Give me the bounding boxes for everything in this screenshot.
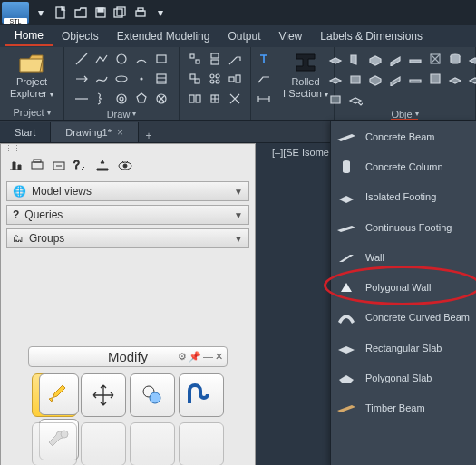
obj-12-icon[interactable] [386, 70, 404, 88]
mod-3-icon[interactable] [226, 50, 244, 68]
point-icon[interactable] [132, 70, 151, 88]
new-tab-button[interactable]: + [139, 130, 159, 142]
dd-concrete-column[interactable]: Concrete Column [331, 151, 476, 181]
dd-timber-beam[interactable]: Timber Beam [331, 393, 476, 423]
menu-extended-modeling[interactable]: Extended Modeling [108, 27, 219, 45]
open-icon[interactable] [72, 4, 90, 22]
circle-icon[interactable] [112, 50, 131, 68]
obj-11-icon[interactable] [366, 70, 384, 88]
obj-3-icon[interactable] [366, 50, 384, 68]
obj-9-icon[interactable] [326, 70, 345, 88]
dd-concrete-curved-beam[interactable]: Concrete Curved Beam [331, 303, 476, 333]
obj-2-icon[interactable] [346, 50, 364, 68]
tool-r2c2[interactable] [81, 422, 126, 465]
tool-move[interactable] [81, 373, 126, 417]
text-icon[interactable] [255, 50, 273, 68]
obj-7-icon[interactable] [446, 50, 464, 68]
mod-7-icon[interactable] [186, 90, 204, 108]
dim-icon[interactable] [255, 90, 273, 108]
accordion-queries[interactable]: ?Queries▼ [6, 205, 249, 225]
project-explorer-button[interactable]: Project Explorer ▾ [8, 50, 55, 101]
line-icon[interactable] [73, 50, 91, 68]
donut-icon[interactable] [112, 90, 131, 108]
pal-icon-4[interactable]: ? [73, 159, 88, 174]
qat-dropdown-2[interactable]: ▾ [151, 4, 170, 22]
obj-17-icon[interactable] [326, 90, 345, 108]
polygon-icon[interactable] [132, 90, 151, 108]
obj-4-icon[interactable] [386, 50, 404, 68]
rect-icon[interactable] [152, 50, 170, 68]
helix-icon[interactable] [92, 90, 111, 108]
obj-10-icon[interactable] [346, 70, 364, 88]
xline-icon[interactable] [73, 90, 91, 108]
ray-icon[interactable] [73, 70, 91, 88]
dd-polygonal-wall[interactable]: Polygonal Wall [331, 272, 476, 302]
print-icon[interactable] [131, 4, 150, 22]
menu-labels-dimensions[interactable]: Labels & Dimensions [311, 27, 432, 45]
obj-1-icon[interactable] [326, 50, 345, 68]
spline-icon[interactable] [92, 70, 111, 88]
menu-view[interactable]: View [269, 27, 311, 45]
pal-icon-5[interactable] [95, 159, 110, 174]
mod-1-icon[interactable] [186, 50, 204, 68]
gear-icon[interactable]: ⚙ [178, 351, 187, 363]
new-icon[interactable] [52, 4, 70, 22]
obj-14-icon[interactable] [426, 70, 444, 88]
rolled-isection-button[interactable]: Rolled I Section ▾ [281, 50, 330, 101]
mod-2-icon[interactable] [206, 50, 224, 68]
qat-dropdown[interactable]: ▾ [32, 4, 50, 22]
tool-r2c4[interactable] [179, 422, 224, 465]
tool-copy[interactable] [130, 373, 175, 417]
mod-6-icon[interactable] [226, 70, 244, 88]
tool-pencil[interactable] [39, 373, 79, 415]
dd-continuous-footing[interactable]: Continuous Footing [331, 212, 476, 242]
hatch-icon[interactable] [152, 70, 170, 88]
obj-5-icon[interactable] [406, 50, 424, 68]
save-icon[interactable] [92, 4, 110, 22]
minimize-icon[interactable]: — [203, 351, 213, 363]
mod-5-icon[interactable] [206, 70, 224, 88]
leader-icon[interactable] [255, 70, 273, 88]
region-icon[interactable] [152, 90, 170, 108]
mod-9-icon[interactable] [226, 90, 244, 108]
obj-6-icon[interactable] [426, 50, 444, 68]
arc-icon[interactable] [132, 50, 151, 68]
menu-objects[interactable]: Objects [53, 27, 108, 45]
obj-15-icon[interactable] [446, 70, 464, 88]
obj-16-icon[interactable] [466, 70, 477, 88]
obj-8-icon[interactable] [466, 50, 477, 68]
close-icon[interactable]: × [117, 126, 123, 139]
saveall-icon[interactable] [112, 4, 130, 22]
ellipse-icon[interactable] [112, 70, 131, 88]
menu-home[interactable]: Home [5, 26, 53, 46]
mod-8-icon[interactable] [206, 90, 224, 108]
obj-dropdown-icon[interactable] [346, 90, 364, 108]
viewport-label[interactable]: [–][SE Isome [272, 147, 329, 158]
tool-offset[interactable] [179, 373, 224, 417]
pal-icon-1[interactable] [8, 159, 23, 174]
tool-r2c1[interactable] [32, 422, 77, 465]
pal-icon-3[interactable] [52, 159, 66, 174]
dd-polygonal-slab[interactable]: Polygonal Slab [331, 363, 476, 392]
dd-wall[interactable]: Wall [331, 242, 476, 272]
panel-label-objects[interactable]: Obje▾ [391, 108, 418, 120]
pin-icon[interactable]: 📌 [189, 351, 201, 363]
tab-start[interactable]: Start [0, 122, 51, 142]
pal-icon-6[interactable] [117, 159, 133, 174]
polyline-icon[interactable] [92, 50, 111, 68]
obj-13-icon[interactable] [406, 70, 424, 88]
close-icon[interactable]: ✕ [215, 351, 223, 363]
pal-icon-2[interactable] [30, 159, 44, 174]
modify-header[interactable]: Modify ⚙ 📌 — ✕ [28, 346, 228, 367]
tool-r2c3[interactable] [130, 422, 175, 465]
dd-rectangular-slab[interactable]: Rectangular Slab [331, 333, 476, 363]
mod-4-icon[interactable] [186, 70, 204, 88]
dd-concrete-beam[interactable]: Concrete Beam [331, 121, 476, 151]
accordion-groups[interactable]: 🗂Groups▼ [6, 228, 249, 248]
menu-output[interactable]: Output [219, 27, 269, 45]
dd-isolated-footing[interactable]: Isolated Footing [331, 182, 476, 212]
panel-label-project[interactable]: Project▾ [13, 105, 50, 120]
accordion-model-views[interactable]: 🌐Model views▼ [6, 181, 249, 201]
tab-drawing1[interactable]: Drawing1*× [51, 122, 139, 142]
panel-label-draw[interactable]: Draw▾ [107, 108, 137, 120]
